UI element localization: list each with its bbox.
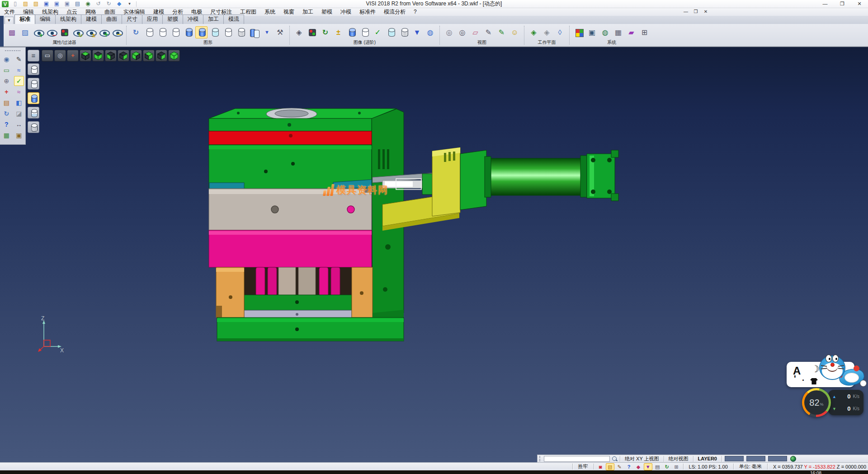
view-top-icon[interactable] (80, 50, 91, 62)
attribute-palette-icon[interactable]: ▩ (6, 26, 18, 38)
regen-graphics-icon[interactable]: ↻ (130, 26, 142, 38)
shade-hiddenline-icon[interactable] (28, 78, 39, 90)
render-check-icon[interactable]: ✓ (372, 26, 384, 38)
units-indicator[interactable]: 单位: 毫米 (736, 463, 765, 470)
absolute-xy-view-label[interactable]: 绝对 XY 上视图 (620, 455, 664, 462)
view-zoom-box-icon[interactable]: ◎ (456, 26, 468, 38)
fit-view-icon[interactable]: ▭ (42, 50, 53, 62)
measure-icon[interactable]: ↔ (14, 119, 24, 129)
grid-window-icon[interactable]: ◧ (14, 98, 24, 108)
show-all-icon[interactable] (98, 26, 110, 38)
status-cone-icon[interactable]: ▼ (644, 463, 652, 470)
shade-selected-icon[interactable] (248, 26, 260, 38)
save-icon[interactable]: ▣ (42, 0, 50, 7)
view-face-icon[interactable]: ☺ (509, 26, 521, 38)
shaded-icon[interactable] (182, 26, 194, 38)
menu-item[interactable]: 系统 (260, 8, 279, 16)
shade-noshow-icon[interactable] (28, 121, 39, 133)
render-hatch-icon[interactable] (398, 26, 410, 38)
maximize-button[interactable]: ❐ (834, 0, 851, 8)
tab-dropdown-button[interactable]: ▼ (5, 17, 14, 24)
share-icon[interactable]: ◆ (115, 0, 123, 7)
status-layers-icon[interactable]: ▤ (653, 463, 662, 470)
wireframe-icon[interactable] (143, 26, 155, 38)
ribbon-tab[interactable]: 标准 (14, 14, 35, 24)
ribbon-tab[interactable]: 加工 (203, 14, 224, 24)
view-iso-icon[interactable] (168, 50, 180, 62)
hide-remove-icon[interactable] (45, 26, 57, 38)
system-monitor-icon[interactable]: ▣ (586, 26, 598, 38)
system-plane-icon[interactable]: ▰ (625, 26, 637, 38)
render-scene-icon[interactable]: ◈ (293, 26, 305, 38)
render-cone-icon[interactable]: ▼ (411, 26, 423, 38)
shade-solid-icon[interactable] (28, 92, 39, 104)
zoom-fly-icon[interactable]: ◎ (54, 50, 66, 62)
ribbon-tab[interactable]: 线架构 (55, 14, 81, 24)
save-all-icon[interactable]: ▣ (63, 0, 71, 7)
system-globe-icon[interactable]: ◍ (599, 26, 611, 38)
hidden-line-icon[interactable] (156, 26, 168, 38)
palette-icon[interactable]: ▦ (1, 130, 11, 140)
status-record-icon[interactable]: ◙ (596, 463, 605, 470)
show-add-icon[interactable] (32, 26, 44, 38)
shade-wire-icon[interactable] (28, 63, 39, 75)
absolute-view-label[interactable]: 绝对视图 (664, 455, 693, 462)
viewport-3d[interactable] (0, 47, 868, 462)
view-left-icon[interactable] (105, 50, 117, 62)
render-wire-icon[interactable] (359, 26, 371, 38)
ribbon-tab[interactable]: 曲面 (101, 14, 122, 24)
view-zoom-icon[interactable]: ◎ (443, 26, 455, 38)
view-bottom-icon[interactable] (92, 50, 104, 62)
toggle-visibility-icon[interactable] (85, 26, 97, 38)
menu-item[interactable]: 视窗 (279, 8, 298, 16)
status-grid-icon[interactable]: ⊞ (672, 463, 681, 470)
open-file-icon[interactable]: ▨ (22, 0, 29, 7)
menu-item[interactable]: 塑模 (317, 8, 336, 16)
filter-lights-icon[interactable] (58, 26, 71, 38)
status-help-icon[interactable]: ? (625, 463, 633, 470)
open-project-icon[interactable]: ▧ (32, 0, 40, 7)
close-button[interactable]: ✕ (851, 0, 868, 8)
ribbon-tab[interactable]: 模流 (223, 14, 244, 24)
redo-icon[interactable]: ↻ (105, 0, 113, 7)
hide-all-icon[interactable] (111, 26, 123, 38)
mdi-minimize-button[interactable]: — (683, 9, 689, 14)
view-corner-icon[interactable] (156, 50, 167, 62)
render-adjust-icon[interactable]: ± (332, 26, 344, 38)
view-toolbar-menu-button[interactable]: ≡ (28, 50, 39, 62)
export-doc-icon[interactable]: ▣ (14, 130, 24, 140)
undo-icon[interactable]: ↺ (94, 0, 102, 7)
status-rotate-icon[interactable]: ↻ (663, 463, 671, 470)
memory-gauge[interactable]: 82 % (802, 388, 831, 417)
ribbon-tab[interactable]: 塑膜 (162, 14, 183, 24)
color-swatch-2[interactable] (746, 456, 765, 461)
menu-item[interactable]: 标准件 (355, 8, 380, 16)
menu-item[interactable]: ? (410, 8, 421, 16)
minimize-button[interactable]: — (816, 0, 834, 8)
box-select-icon[interactable]: ▭ (1, 65, 11, 75)
system-grid-icon[interactable]: ⊞ (638, 26, 651, 38)
mdi-restore-button[interactable]: ❐ (693, 9, 699, 14)
hatch-shade-icon[interactable] (235, 26, 247, 38)
zoom-inout-icon[interactable]: ⊕ (1, 76, 11, 86)
axis-ucs-icon[interactable]: + (67, 50, 79, 62)
status-select-icon[interactable]: ◆ (634, 463, 643, 470)
render-lights-icon[interactable] (306, 26, 318, 38)
shade-options-icon[interactable]: ▼ (261, 26, 273, 38)
ucs-gizmo-icon[interactable]: + (1, 87, 11, 97)
ribbon-tab[interactable]: 尺寸 (122, 14, 142, 24)
flat-shade-icon[interactable] (222, 26, 234, 38)
spline-edit-icon[interactable]: ≈ (14, 87, 24, 97)
graphics-tools-icon[interactable]: ⚒ (274, 26, 286, 38)
ribbon-tab[interactable]: 应用 (142, 14, 163, 24)
ribbon-tab[interactable]: 编辑 (35, 14, 56, 24)
print-icon[interactable]: ▤ (74, 0, 81, 7)
ime-period[interactable]: . (802, 374, 804, 383)
color-swatch-3[interactable] (768, 456, 787, 461)
menu-item[interactable]: 冲模 (336, 8, 355, 16)
shade-cube-icon[interactable]: ◪ (14, 109, 24, 118)
globe-icon[interactable] (790, 456, 796, 462)
layer-manager-icon[interactable]: ▤ (1, 98, 11, 108)
view-sketch-green-icon[interactable]: ✎ (495, 26, 508, 38)
confirm-toggle-icon[interactable]: ✓ (14, 76, 24, 86)
